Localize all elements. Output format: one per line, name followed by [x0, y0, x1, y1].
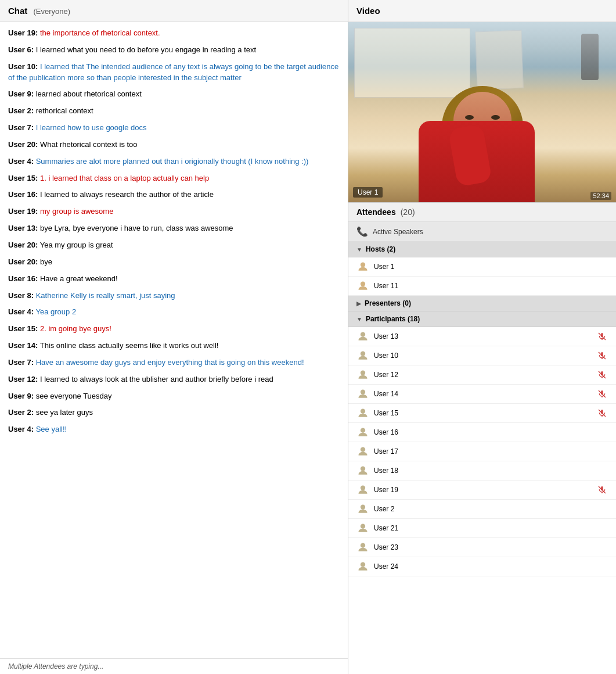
user-icon — [356, 483, 369, 496]
username: User 13: — [8, 224, 38, 232]
attendee-name: User 17 — [374, 447, 608, 456]
attendee-name: User 16 — [374, 428, 608, 436]
participant-row[interactable]: User 13 — [348, 327, 616, 346]
chat-message: User 9: learned about rhetorical context — [8, 89, 340, 100]
participant-row[interactable]: User 16 — [348, 423, 616, 442]
active-speakers-label: Active Speakers — [373, 228, 423, 236]
video-header: Video — [348, 0, 616, 22]
participant-row[interactable]: User 19 — [348, 481, 616, 500]
attendees-panel: Attendees (20) 📞 Active Speakers ▼ Hosts… — [348, 202, 616, 674]
username: User 16: — [8, 190, 38, 199]
chat-message: User 13: bye Lyra, bye everyone i have t… — [8, 223, 340, 234]
active-speakers-row[interactable]: 📞 Active Speakers — [348, 222, 616, 242]
message-text: I learned to always look at the ublisher… — [40, 375, 273, 383]
message-text: see everyone Tuesday — [36, 392, 112, 400]
participant-row[interactable]: User 21 — [348, 519, 616, 538]
participant-row[interactable]: User 10 — [348, 346, 616, 365]
svg-point-31 — [361, 543, 365, 548]
username: User 15: — [8, 324, 38, 333]
svg-point-32 — [361, 562, 365, 567]
attendee-name: User 10 — [374, 352, 592, 360]
participants-section-header[interactable]: ▼ Participants (18) — [348, 311, 616, 327]
host-row[interactable]: User 1 — [348, 257, 616, 277]
attendee-name: User 2 — [374, 505, 608, 513]
hosts-list: User 1 User 11 — [348, 257, 616, 296]
attendees-title: Attendees — [356, 207, 396, 217]
user-icon — [356, 464, 369, 477]
username: User 6: — [8, 45, 34, 54]
participants-arrow-icon: ▼ — [356, 316, 362, 322]
message-text: Summaries are alot more planned out than… — [36, 157, 309, 166]
attendee-name: User 1 — [374, 263, 608, 271]
hosts-section-header[interactable]: ▼ Hosts (2) — [348, 242, 616, 257]
user-icon — [356, 388, 369, 400]
user-icon — [356, 260, 369, 273]
username: User 4: — [8, 157, 34, 166]
participant-row[interactable]: User 24 — [348, 557, 616, 576]
chat-message: User 19: the importance of rhetorical co… — [8, 28, 340, 39]
chat-panel: Chat (Everyone) User 19: the importance … — [0, 0, 348, 674]
participant-row[interactable]: User 15 — [348, 404, 616, 423]
message-text: learned about rhetorical context — [36, 89, 142, 98]
username: User 4: — [8, 425, 34, 433]
phone-icon: 📞 — [356, 226, 368, 237]
participant-row[interactable]: User 2 — [348, 500, 616, 519]
message-text: I learned that The intended audience of … — [8, 62, 338, 82]
username: User 10: — [8, 62, 38, 71]
presenters-label: Presenters (0) — [365, 299, 411, 307]
attendee-name: User 19 — [374, 486, 592, 494]
mute-icon — [596, 369, 608, 381]
eye-left — [465, 115, 474, 120]
message-text: See yall!! — [36, 425, 67, 433]
chat-messages[interactable]: User 19: the importance of rhetorical co… — [0, 22, 348, 658]
chat-message: User 4: See yall!! — [8, 424, 340, 435]
presenters-section-header[interactable]: ▶ Presenters (0) — [348, 296, 616, 311]
participants-list: User 13 User 10 User 12 User 14 — [348, 327, 616, 576]
lamp — [581, 34, 599, 80]
chat-message: User 2: see ya later guys — [8, 407, 340, 418]
video-feed: User 1 52:34 — [348, 22, 616, 202]
username: User 8: — [8, 291, 34, 300]
chat-footer: Multiple Attendees are typing... — [0, 658, 348, 674]
typing-indicator: Multiple Attendees are typing... — [8, 662, 103, 671]
message-text: I learned what you need to do before you… — [36, 45, 256, 54]
svg-point-14 — [361, 390, 365, 395]
username: User 12: — [8, 375, 38, 383]
message-text: I learned how to use google docs — [36, 123, 147, 132]
attendees-header: Attendees (20) — [348, 203, 616, 222]
svg-point-22 — [361, 428, 365, 433]
message-text: the importance of rhetorical context. — [40, 28, 160, 37]
video-area: User 1 52:34 — [348, 22, 616, 202]
message-text: Yea my group is great — [40, 241, 113, 249]
chat-message: User 4: Summaries are alot more planned … — [8, 156, 340, 167]
message-text: Katherine Kelly is really smart, just sa… — [36, 291, 175, 300]
svg-point-10 — [361, 371, 365, 375]
user-icon — [356, 541, 369, 554]
username: User 7: — [8, 123, 34, 132]
username: User 20: — [8, 257, 38, 266]
participant-row[interactable]: User 12 — [348, 365, 616, 385]
user-icon — [356, 279, 369, 292]
chat-message: User 20: bye — [8, 257, 340, 268]
host-row[interactable]: User 11 — [348, 277, 616, 296]
participant-row[interactable]: User 14 — [348, 385, 616, 404]
attendees-count: (20) — [401, 207, 415, 217]
username: User 16: — [8, 274, 38, 283]
chat-message: User 14: This online class actually seem… — [8, 340, 340, 352]
svg-point-0 — [361, 263, 365, 267]
mute-icon — [596, 388, 608, 400]
chat-message: User 4: Yea group 2 — [8, 307, 340, 318]
user-icon — [356, 407, 369, 420]
message-text: What rhetorical context is too — [40, 140, 138, 149]
participant-row[interactable]: User 17 — [348, 442, 616, 461]
participant-row[interactable]: User 18 — [348, 461, 616, 481]
username: User 2: — [8, 408, 34, 417]
attendee-name: User 21 — [374, 524, 608, 532]
user-icon — [356, 503, 369, 515]
username: User 19: — [8, 28, 38, 37]
chat-message: User 6: I learned what you need to do be… — [8, 45, 340, 56]
svg-point-24 — [361, 467, 365, 471]
participant-row[interactable]: User 23 — [348, 538, 616, 557]
attendee-name: User 14 — [374, 390, 592, 398]
chat-message: User 16: Have a great weekend! — [8, 274, 340, 285]
